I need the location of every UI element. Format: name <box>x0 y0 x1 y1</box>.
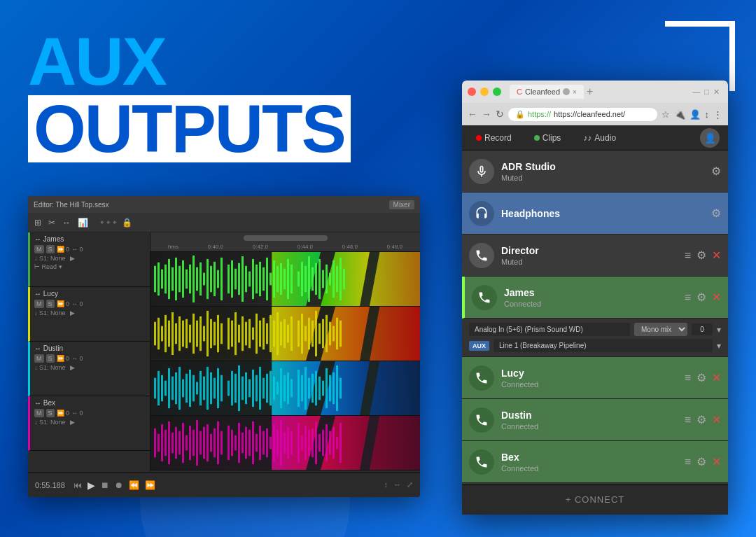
transport-rewind[interactable]: ⏪ <box>127 479 141 491</box>
svg-rect-102 <box>332 326 335 342</box>
minimize-icon[interactable]: — <box>692 88 700 97</box>
url-text: https://cleanfeed.net/ <box>554 110 625 118</box>
lucy-settings-button[interactable]: ⚙ <box>696 371 706 384</box>
svg-rect-151 <box>322 381 324 396</box>
lucy-menu-button[interactable]: ≡ <box>685 372 691 384</box>
cf-nav-audio[interactable]: ♪♪ Audio <box>578 130 622 146</box>
cf-channels-list: ADR Studio Muted ⚙ Headphones ⚙ <box>462 151 728 484</box>
svg-rect-84 <box>266 323 268 344</box>
tool-icon-4[interactable]: 📊 <box>76 216 90 229</box>
window-maximize-button[interactable] <box>493 88 501 96</box>
svg-rect-34 <box>276 266 279 293</box>
lucy-close-button[interactable]: ✕ <box>712 371 721 384</box>
sync-icon[interactable]: ↕ <box>705 109 710 120</box>
svg-rect-176 <box>220 431 223 455</box>
tab-close-button[interactable]: × <box>573 88 577 96</box>
bex-close-button[interactable]: ✕ <box>712 455 721 468</box>
svg-rect-33 <box>273 260 275 298</box>
track-name-james: ↔ James <box>34 235 146 243</box>
svg-rect-23 <box>238 263 240 295</box>
waveform-dustin[interactable] <box>150 361 420 416</box>
waveform-lucy[interactable] <box>150 307 420 361</box>
track-mute-bex[interactable]: M <box>34 409 44 417</box>
svg-rect-4 <box>168 259 170 299</box>
director-menu-button[interactable]: ≡ <box>685 249 691 262</box>
adr-settings-button[interactable]: ⚙ <box>711 165 721 178</box>
svg-rect-154 <box>332 372 335 404</box>
james-aux-select[interactable]: Line 1 (Breakaway Pipeline) <box>493 339 713 352</box>
svg-rect-80 <box>252 328 254 340</box>
svg-rect-127 <box>234 374 237 403</box>
track-solo-lucy[interactable]: S <box>46 300 55 308</box>
svg-rect-108 <box>164 381 167 396</box>
menu-icon[interactable]: ⋮ <box>713 109 722 120</box>
svg-rect-192 <box>280 420 282 466</box>
svg-rect-208 <box>340 423 342 463</box>
track-send-james: ↓ S1: None ▶ <box>34 255 146 262</box>
waveform-james[interactable] <box>150 252 420 307</box>
bex-settings-button[interactable]: ⚙ <box>696 455 706 468</box>
svg-rect-204 <box>326 424 328 461</box>
track-mute-dustin[interactable]: M <box>34 354 44 363</box>
svg-rect-196 <box>298 423 300 463</box>
restore-icon[interactable]: □ <box>704 88 709 97</box>
track-controls-lucy: M S ⏩ 0 ↔ 0 <box>34 300 146 308</box>
connect-button[interactable]: + CONNECT <box>566 494 624 505</box>
profile-icon[interactable]: 👤 <box>690 109 701 120</box>
cf-user-avatar[interactable]: 👤 <box>700 128 720 148</box>
track-solo-dustin[interactable]: S <box>46 354 55 363</box>
tool-icon-1[interactable]: ⊞ <box>32 216 43 229</box>
transport-stop[interactable]: ⏹ <box>99 479 111 491</box>
cf-nav-record[interactable]: Record <box>470 130 517 146</box>
dustin-close-button[interactable]: ✕ <box>712 413 721 426</box>
tool-icon-3[interactable]: ↔ <box>60 216 73 229</box>
waveform-bex[interactable] <box>150 416 420 470</box>
close-icon[interactable]: ✕ <box>713 88 720 97</box>
browser-window-controls: — □ ✕ <box>692 88 720 97</box>
track-mute-james[interactable]: M <box>34 245 44 253</box>
track-solo-bex[interactable]: S <box>46 409 55 417</box>
track-mute-lucy[interactable]: M <box>34 300 44 308</box>
tool-icon-2[interactable]: ✂ <box>46 216 57 229</box>
transport-record[interactable]: ⏺ <box>113 479 125 491</box>
browser-tab[interactable]: C Cleanfeed × <box>510 85 584 99</box>
director-icon-circle <box>469 243 494 268</box>
transport-ffwd[interactable]: ⏩ <box>144 479 157 491</box>
mixer-button[interactable]: Mixer <box>389 200 414 209</box>
window-close-button[interactable] <box>468 88 476 96</box>
ruler-scrollbar[interactable] <box>244 235 328 241</box>
james-settings-button[interactable]: ⚙ <box>696 291 706 304</box>
svg-rect-202 <box>318 434 321 452</box>
james-close-button[interactable]: ✕ <box>712 291 721 304</box>
status-icon-1: ↕ <box>384 480 388 489</box>
window-minimize-button[interactable] <box>480 88 489 96</box>
new-tab-button[interactable]: + <box>587 85 593 98</box>
headphones-settings-button[interactable]: ⚙ <box>711 207 721 220</box>
svg-rect-156 <box>340 378 342 399</box>
back-button[interactable]: ← <box>468 109 477 120</box>
forward-button[interactable]: → <box>482 109 491 120</box>
refresh-button[interactable]: ↻ <box>496 109 504 120</box>
svg-rect-47 <box>326 265 328 293</box>
cf-nav-clips[interactable]: Clips <box>528 130 567 146</box>
svg-rect-167 <box>189 426 191 460</box>
bex-menu-button[interactable]: ≡ <box>685 456 691 468</box>
james-mix-select[interactable]: Mono mix <box>634 323 687 336</box>
bookmark-icon[interactable]: ☆ <box>662 109 670 120</box>
james-menu-button[interactable]: ≡ <box>685 291 691 304</box>
director-settings-button[interactable]: ⚙ <box>696 249 706 262</box>
dustin-menu-button[interactable]: ≡ <box>685 414 691 426</box>
transport-play[interactable]: ▶ <box>86 478 97 492</box>
svg-rect-164 <box>178 431 181 455</box>
svg-rect-86 <box>273 321 275 347</box>
svg-rect-76 <box>238 325 240 343</box>
tool-snap[interactable]: 🔒 <box>120 216 134 229</box>
dustin-settings-button[interactable]: ⚙ <box>696 413 706 426</box>
status-icon-2: ↔ <box>393 480 401 489</box>
extensions-icon[interactable]: 🔌 <box>674 109 685 120</box>
transport-return[interactable]: ⏮ <box>72 479 83 491</box>
director-close-button[interactable]: ✕ <box>712 249 721 262</box>
svg-rect-131 <box>248 379 251 398</box>
track-solo-james[interactable]: S <box>46 245 55 253</box>
address-bar[interactable]: 🔒 https:// https://cleanfeed.net/ <box>508 108 657 121</box>
